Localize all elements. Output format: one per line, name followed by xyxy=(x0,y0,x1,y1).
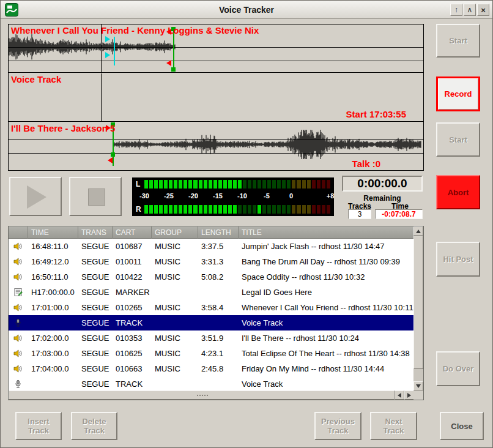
log-cell-speaker-icon xyxy=(9,334,28,343)
track-panel-voicetrack[interactable]: Voice Track Start 17:03:55 xyxy=(9,73,423,122)
scroll-right-button[interactable] xyxy=(404,390,414,400)
log-row[interactable]: 17:01:00.0SEGUE010265MUSIC3:58.4Whenever… xyxy=(9,300,414,315)
log-cell-length: 2:45.8 xyxy=(198,364,239,373)
segue-marker-icon[interactable] xyxy=(105,52,110,58)
log-row[interactable]: SEGUETRACKVoice Track xyxy=(9,376,414,390)
meter-segment xyxy=(282,205,286,214)
segue-marker-icon[interactable] xyxy=(105,36,110,42)
log-cell-time: 16:50:11.0 xyxy=(28,272,78,282)
meter-segment xyxy=(164,180,168,189)
close-button[interactable]: Close xyxy=(440,412,484,440)
hit-post-button[interactable]: Hit Post xyxy=(436,242,480,277)
log-cell-title: Voice Track xyxy=(239,318,414,327)
log-cell-length: 5:08.2 xyxy=(198,272,239,282)
log-row[interactable]: 16:48:11.0SEGUE010687MUSIC3:37.5Jumpin' … xyxy=(9,239,414,254)
meter-segment xyxy=(183,205,187,214)
meter-segment xyxy=(199,180,202,189)
log-row[interactable]: 17:02:00.0SEGUE010353MUSIC3:51.9I'll Be … xyxy=(9,330,414,346)
log-cell-group: MUSIC xyxy=(152,334,198,343)
log-cell-cart: 010687 xyxy=(113,242,152,251)
start-next-button[interactable]: Start xyxy=(436,122,480,157)
maximize-window-button[interactable]: ∧ xyxy=(464,4,476,16)
titlebar[interactable]: Voice Tracker ↑ ∧ × xyxy=(1,1,492,19)
segue-marker-line[interactable] xyxy=(114,37,115,65)
log-cell-speaker-icon xyxy=(9,272,28,282)
column-header-icon[interactable] xyxy=(9,226,28,239)
log-row[interactable]: H17:00:00.0SEGUEMARKERLegal ID Goes Here xyxy=(9,285,414,300)
scroll-left-button[interactable] xyxy=(395,390,404,400)
meter-segment xyxy=(233,205,237,214)
meter-segment xyxy=(209,180,212,189)
meter-scale-label: 0 xyxy=(289,191,293,201)
meter-segment xyxy=(322,205,325,214)
horizontal-scroll-thumb[interactable] xyxy=(9,390,395,400)
log-row[interactable]: 16:49:12.0SEGUE010011MUSIC3:31.3Bang The… xyxy=(9,254,414,269)
meter-segment xyxy=(307,180,311,189)
track-display-area: Whenever I Call You Friend - Kenny Loggi… xyxy=(8,24,424,171)
meter-segment xyxy=(159,205,163,214)
abort-button[interactable]: Abort xyxy=(436,175,480,209)
vertical-scrollbar[interactable] xyxy=(413,226,423,390)
log-row[interactable]: 17:04:00.0SEGUE010663MUSIC2:45.8Friday O… xyxy=(9,361,414,376)
log-cell-length: 3:37.5 xyxy=(198,242,239,251)
log-row[interactable]: 17:03:00.0SEGUE010625MUSIC4:23.1Total Ec… xyxy=(9,346,414,361)
talk-marker-icon[interactable] xyxy=(108,157,113,163)
meter-segment xyxy=(144,180,148,189)
scroll-up-button[interactable] xyxy=(413,226,423,236)
log-row[interactable]: 16:50:11.0SEGUE010422MUSIC5:08.2Space Od… xyxy=(9,269,414,285)
meter-scale: -30-25-20-15-10-50+8 xyxy=(144,191,330,201)
meter-scale-label: -30 xyxy=(139,191,149,201)
meter-segment xyxy=(292,180,295,189)
track-panel-next[interactable]: I'll Be There - Jackson 5 Talk :0 xyxy=(9,122,423,170)
column-header-trans[interactable]: TRANS xyxy=(78,226,113,239)
log-cell-title: Friday On My Mind -- rdhost 11/30 14:44 xyxy=(239,364,414,373)
column-header-length[interactable]: LENGTH xyxy=(198,226,239,239)
close-window-button[interactable]: × xyxy=(477,4,489,16)
next-track-button[interactable]: Next Track xyxy=(370,412,417,440)
meter-segment xyxy=(204,205,207,214)
meter-segment xyxy=(213,205,217,214)
end-marker-handle[interactable] xyxy=(171,67,176,72)
talk-marker-icon[interactable] xyxy=(166,60,171,66)
column-header-title[interactable]: TITLE xyxy=(239,226,414,239)
log-cell-time: 17:03:00.0 xyxy=(28,349,78,358)
meter-segment xyxy=(317,180,321,189)
play-button[interactable] xyxy=(9,177,62,216)
horizontal-scrollbar[interactable] xyxy=(9,390,414,400)
meter-segment xyxy=(248,205,251,214)
insert-track-button[interactable]: Insert Track xyxy=(15,412,62,440)
log-cell-group: MUSIC xyxy=(152,242,198,251)
meter-segment xyxy=(164,205,168,214)
meter-segment xyxy=(267,205,271,214)
track-panel-previous[interactable]: Whenever I Call You Friend - Kenny Loggi… xyxy=(9,24,423,73)
column-header-time[interactable]: TIME xyxy=(28,226,78,239)
do-over-button[interactable]: Do Over xyxy=(436,351,480,386)
remaining-tracks-value: 3 xyxy=(348,209,371,219)
meter-segment xyxy=(199,205,202,214)
meter-segment xyxy=(144,205,148,214)
log-cell-cart: TRACK xyxy=(113,379,152,389)
column-header-group[interactable]: GROUP xyxy=(152,226,198,239)
record-button[interactable]: Record xyxy=(436,77,480,111)
remaining-time-value: -0:07:08.7 xyxy=(375,209,423,219)
scroll-down-button[interactable] xyxy=(413,381,423,390)
delete-track-button[interactable]: Delete Track xyxy=(71,412,117,440)
column-header-cart[interactable]: CART xyxy=(113,226,152,239)
meter-segment xyxy=(174,180,177,189)
meter-segment xyxy=(228,205,232,214)
shade-window-button[interactable]: ↑ xyxy=(450,4,462,16)
meter-segment xyxy=(238,180,242,189)
log-cell-trans: SEGUE xyxy=(78,272,113,282)
log-row[interactable]: SEGUETRACKVoice Track xyxy=(9,315,414,330)
start-previous-button[interactable]: Start xyxy=(436,24,480,58)
vertical-scroll-thumb[interactable] xyxy=(413,236,423,369)
log-cell-trans: SEGUE xyxy=(78,303,113,312)
meter-segment xyxy=(218,205,222,214)
meter-segment xyxy=(223,205,227,214)
stop-button[interactable] xyxy=(69,177,122,216)
log-cell-group: MUSIC xyxy=(152,303,198,312)
log-cell-trans: SEGUE xyxy=(78,334,113,343)
previous-track-button[interactable]: Previous Track xyxy=(314,412,361,440)
log-cell-title: Bang The Drum All Day -- rdhost 11/30 09… xyxy=(239,257,414,266)
start-marker-handle[interactable] xyxy=(111,152,115,157)
